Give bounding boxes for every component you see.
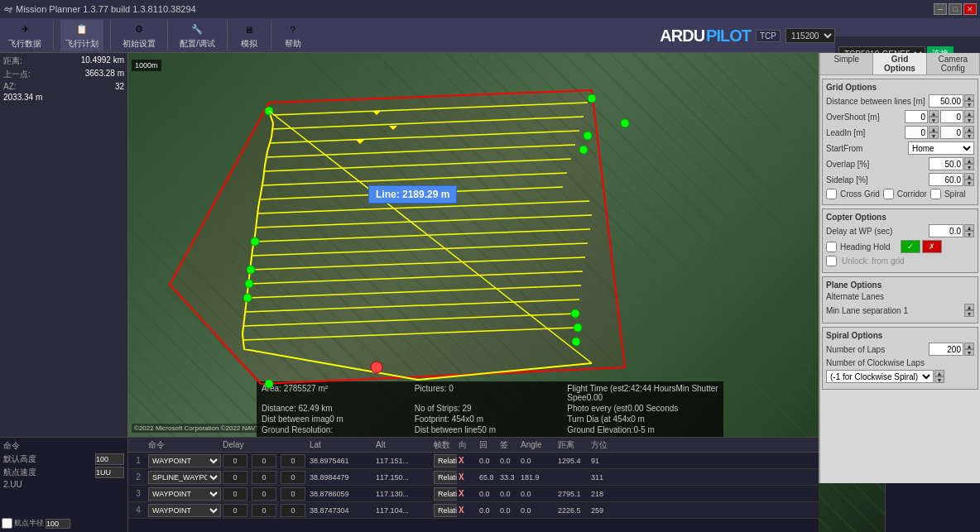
overshoot-input[interactable] <box>905 110 928 123</box>
toolbar-simulate[interactable]: 🖥 模拟 <box>234 20 264 51</box>
minimize-button[interactable]: ─ <box>934 3 947 15</box>
clockwise-spinner[interactable]: ▲ ▼ <box>934 370 944 383</box>
leadin-up2[interactable]: ▲ <box>964 126 974 132</box>
leadin-spinner2[interactable]: ▲ ▼ <box>964 126 974 139</box>
toolbar-initial-setup[interactable]: ⚙ 初始设置 <box>118 20 161 51</box>
heading-toggle-green[interactable]: ✓ <box>901 240 920 253</box>
overlap-row: Overlap [%] ▲ ▼ <box>826 157 974 170</box>
num-laps-down[interactable]: ▼ <box>964 349 974 356</box>
p1-1[interactable] <box>252 454 276 467</box>
options-tabs[interactable]: Simple Grid Options Camera Config <box>820 53 980 75</box>
delay-2[interactable] <box>223 471 247 484</box>
delay-spinner[interactable]: ▲ ▼ <box>964 224 974 237</box>
corridor-checkbox[interactable] <box>883 189 894 199</box>
leadin-input[interactable] <box>905 126 928 139</box>
frame-4[interactable]: Relative <box>434 504 457 517</box>
frame-3[interactable]: Relative <box>434 487 457 501</box>
cmd-select-1[interactable]: WAYPOINT <box>148 454 221 467</box>
stat-ground-res: Ground Resolution: <box>262 425 413 434</box>
num-laps-spinner[interactable]: ▲ ▼ <box>964 343 974 356</box>
spiral-checkbox[interactable] <box>930 189 941 199</box>
sidelap-spinner[interactable]: ▲ ▼ <box>964 173 974 186</box>
overlap-up[interactable]: ▲ <box>964 157 974 164</box>
delay-1[interactable] <box>223 454 247 467</box>
distance-up[interactable]: ▲ <box>964 94 974 101</box>
num-laps-up[interactable]: ▲ <box>964 343 974 349</box>
heading-hold-checkbox[interactable] <box>826 242 837 252</box>
p2-4[interactable] <box>281 504 305 517</box>
leadin-input2[interactable] <box>940 126 963 139</box>
leadin-down[interactable]: ▼ <box>929 132 939 139</box>
num-laps-input[interactable] <box>929 343 963 356</box>
overshoot-up2[interactable]: ▲ <box>964 110 974 117</box>
overshoot-input2[interactable] <box>940 110 963 123</box>
distance-between-lines-input[interactable] <box>929 94 963 108</box>
heading-toggle-red[interactable]: ✗ <box>922 240 942 253</box>
overlap-down[interactable]: ▼ <box>964 164 974 170</box>
unlock-checkbox[interactable] <box>826 256 837 266</box>
cmd-select-3[interactable]: WAYPOINT <box>148 487 221 501</box>
spiral-options-title: Spiral Options <box>826 331 974 340</box>
titlebar-controls[interactable]: ─ □ ✕ <box>934 3 977 15</box>
min-lane-sep-up[interactable]: ▲ <box>964 304 974 310</box>
overshoot-up[interactable]: ▲ <box>929 110 939 117</box>
leadin-spinner[interactable]: ▲ ▼ <box>929 126 939 139</box>
default-alt-input[interactable] <box>95 453 124 465</box>
heading-toggle[interactable]: ✓ ✗ <box>901 240 942 253</box>
p2-1[interactable] <box>281 454 305 467</box>
startfrom-select[interactable]: Home TopLeft TopRight BottomLeft BottomR… <box>908 141 974 155</box>
stats-grid: Area: 2785527 m² Pictures: 0 Flight Time… <box>262 384 718 434</box>
delay-4[interactable] <box>223 504 247 517</box>
cross-grid-label: Cross Grid <box>840 189 880 199</box>
tab-grid-options[interactable]: Grid Options <box>873 53 926 74</box>
overshoot-spinner2[interactable]: ▲ ▼ <box>964 110 974 123</box>
delay-3[interactable] <box>223 487 247 501</box>
frame-1[interactable]: Relative <box>434 454 457 467</box>
tab-camera-config[interactable]: Camera Config <box>927 53 980 74</box>
close-button[interactable]: ✕ <box>963 3 977 15</box>
toolbar-config[interactable]: 🔧 配置/调试 <box>175 20 220 51</box>
clockwise-select[interactable]: (-1 for Clockwise Spiral) <box>826 370 934 383</box>
baudrate-select[interactable]: 115200 <box>785 28 835 43</box>
sidelap-down[interactable]: ▼ <box>964 180 974 186</box>
delay-up[interactable]: ▲ <box>964 224 974 231</box>
p2-2[interactable] <box>281 471 305 484</box>
verify-checkbox[interactable] <box>2 518 12 529</box>
maximize-button[interactable]: □ <box>949 3 962 15</box>
p2-3[interactable] <box>281 487 305 501</box>
protocol-badge: TCP <box>756 30 781 42</box>
distance-down[interactable]: ▼ <box>964 101 974 108</box>
overshoot-down[interactable]: ▼ <box>929 117 939 123</box>
p1-2[interactable] <box>252 471 276 484</box>
clockwise-down[interactable]: ▼ <box>934 376 944 383</box>
toolbar-help[interactable]: ? 帮助 <box>278 20 308 51</box>
cross-grid-checkbox[interactable] <box>826 189 837 199</box>
tab-simple[interactable]: Simple <box>820 53 873 74</box>
stat-turn-dia: Turn Dia (at 454x0 m <box>567 415 718 424</box>
sidelap-up[interactable]: ▲ <box>964 173 974 180</box>
overlap-input[interactable] <box>929 157 963 170</box>
delay-input[interactable] <box>929 224 963 237</box>
overshoot-down2[interactable]: ▼ <box>964 117 974 123</box>
clockwise-up[interactable]: ▲ <box>934 370 944 376</box>
overlap-spinner[interactable]: ▲ ▼ <box>964 157 974 170</box>
toolbar-flight-plan[interactable]: 📋 飞行计划 <box>60 20 103 51</box>
p1-3[interactable] <box>252 487 276 501</box>
sidelap-input[interactable] <box>929 173 963 186</box>
p1-4[interactable] <box>252 504 276 517</box>
bottom-left-panel: 命令 默认高度 航点速度 2.UU 航点半径 <box>0 437 128 532</box>
toolbar-flight-data[interactable]: ✈ 飞行数据 <box>3 20 46 51</box>
frame-2[interactable]: Relative <box>434 471 457 484</box>
overshoot-spinner[interactable]: ▲ ▼ <box>929 110 939 123</box>
leadin-up[interactable]: ▲ <box>929 126 939 132</box>
wp-speed-input[interactable] <box>95 467 124 478</box>
wp-speed-row: 航点速度 <box>2 466 126 479</box>
cmd-select-2[interactable]: SPLINE_WAYPOINT <box>148 471 221 484</box>
min-lane-sep-down[interactable]: ▼ <box>964 310 974 317</box>
distance-spinner[interactable]: ▲ ▼ <box>964 94 974 108</box>
cmd-select-4[interactable]: WAYPOINT <box>148 504 221 517</box>
delay-down[interactable]: ▼ <box>964 231 974 237</box>
leadin-down2[interactable]: ▼ <box>964 132 974 139</box>
min-lane-sep-spinner[interactable]: ▲ ▼ <box>964 304 974 317</box>
verify-input[interactable] <box>46 519 70 529</box>
